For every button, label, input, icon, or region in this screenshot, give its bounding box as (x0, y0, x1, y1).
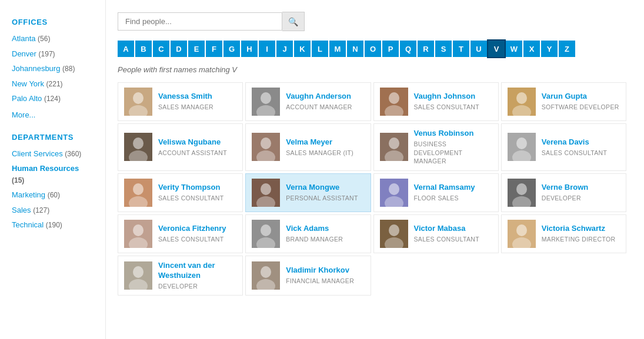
person-card[interactable]: Verna MongwePERSONAL ASSISTANT (245, 173, 371, 212)
person-card[interactable]: Victor MabasaSALES CONSULTANT (373, 214, 499, 253)
dept-count: (60) (48, 191, 60, 199)
alpha-btn-k[interactable]: K (294, 41, 311, 57)
alpha-btn-y[interactable]: Y (541, 41, 558, 57)
alpha-btn-d[interactable]: D (171, 41, 187, 57)
person-info: Vanessa SmithSALES MANAGER (158, 92, 236, 112)
person-info: Varun GuptaSOFTWARE DEVELOPER (542, 92, 620, 112)
person-card[interactable]: Vernal RamsamyFLOOR SALES (373, 173, 499, 212)
alpha-btn-g[interactable]: G (223, 41, 240, 57)
person-name: Verena Davis (542, 137, 620, 147)
alpha-btn-e[interactable]: E (188, 41, 205, 57)
person-role: SALES CONSULTANT (414, 235, 492, 244)
sidebar-office-item[interactable]: Palo Alto (124) (12, 91, 94, 106)
person-info: Venus RobinsonBUSINESS DEVELOPMENT MANAG… (414, 129, 492, 166)
sidebar-dept-item[interactable]: Marketing (60) (12, 187, 94, 203)
office-count: (221) (46, 80, 63, 88)
svg-point-49 (133, 266, 144, 278)
person-info: Vaughn JohnsonSALES CONSULTANT (414, 92, 492, 112)
avatar (252, 179, 280, 207)
sidebar-office-item[interactable]: New York (221) (12, 76, 94, 92)
sidebar-office-item[interactable]: Denver (197) (12, 46, 94, 62)
person-role: ACCOUNT ASSISTANT (158, 149, 236, 157)
person-card[interactable]: Verne BrownDEVELOPER (501, 173, 626, 212)
person-card[interactable]: Vick AdamsBRAND MANAGER (245, 214, 371, 253)
person-role: SOFTWARE DEVELOPER (542, 103, 620, 112)
person-name: Veliswa Ngubane (158, 137, 236, 147)
alpha-btn-z[interactable]: Z (559, 41, 575, 57)
person-card[interactable]: Vincent van der WesthuizenDEVELOPER (118, 256, 243, 296)
person-role: FINANCIAL MANAGER (286, 277, 364, 286)
alpha-btn-s[interactable]: S (435, 41, 452, 57)
person-card[interactable]: Vladimir KhorkovFINANCIAL MANAGER (245, 256, 371, 296)
office-count: (197) (39, 50, 55, 58)
person-name: Verne Brown (542, 183, 620, 193)
sidebar-dept-item[interactable]: Human Resources (15) (12, 161, 94, 187)
sidebar-office-item[interactable]: Johannesburg (88) (12, 61, 94, 76)
person-name: Veronica Fitzhenry (158, 224, 236, 234)
dept-name: Marketing (12, 190, 45, 199)
person-name: Vincent van der Westhuizen (158, 261, 236, 281)
alpha-btn-u[interactable]: U (471, 41, 487, 57)
departments-list: Client Services (360)Human Resources (15… (12, 146, 94, 233)
person-card[interactable]: Velma MeyerSALES MANAGER (IT) (245, 123, 371, 171)
alpha-btn-w[interactable]: W (506, 41, 522, 57)
sidebar-dept-item[interactable]: Sales (127) (12, 203, 94, 218)
search-input[interactable] (118, 12, 282, 31)
alpha-btn-i[interactable]: I (259, 41, 275, 57)
alpha-btn-t[interactable]: T (453, 41, 469, 57)
person-role: FLOOR SALES (414, 194, 492, 203)
office-count: (88) (62, 65, 75, 73)
person-card[interactable]: Victoria SchwartzMARKETING DIRECTOR (501, 214, 626, 253)
person-card[interactable]: Venus RobinsonBUSINESS DEVELOPMENT MANAG… (373, 123, 499, 171)
alpha-btn-v[interactable]: V (488, 41, 505, 57)
person-card[interactable]: Verena DavisSALES CONSULTANT (501, 123, 626, 171)
avatar (252, 133, 280, 161)
alpha-btn-j[interactable]: J (276, 41, 293, 57)
svg-point-16 (261, 137, 271, 149)
alpha-btn-f[interactable]: F (206, 41, 222, 57)
alpha-btn-o[interactable]: O (365, 41, 381, 57)
svg-point-37 (133, 224, 144, 236)
person-name: Vernal Ramsamy (414, 183, 492, 193)
person-info: Vaughn AndersonACCOUNT MANAGER (286, 92, 364, 112)
alpha-btn-m[interactable]: M (329, 41, 346, 57)
person-name: Vanessa Smith (158, 92, 236, 102)
person-card[interactable]: Vanessa SmithSALES MANAGER (118, 82, 243, 121)
alpha-btn-l[interactable]: L (312, 41, 328, 57)
person-card[interactable]: Vaughn JohnsonSALES CONSULTANT (373, 82, 499, 121)
main-content: 🔍 ABCDEFGHIJKLMNOPQRSTUVWXYZ People with… (106, 0, 644, 339)
person-name: Varun Gupta (542, 92, 620, 102)
office-name: Johannesburg (12, 64, 60, 73)
person-info: Verena DavisSALES CONSULTANT (542, 137, 620, 157)
person-card[interactable]: Verity ThompsonSALES CONSULTANT (118, 173, 243, 212)
search-bar: 🔍 (118, 12, 626, 31)
person-card[interactable]: Varun GuptaSOFTWARE DEVELOPER (501, 82, 626, 121)
alpha-btn-h[interactable]: H (241, 41, 258, 57)
office-count: (124) (44, 95, 61, 103)
alpha-btn-b[interactable]: B (135, 41, 152, 57)
alpha-btn-p[interactable]: P (382, 41, 399, 57)
svg-point-34 (516, 183, 527, 195)
sidebar: OFFICES Atlanta (56)Denver (197)Johannes… (0, 0, 106, 339)
person-name: Victor Mabasa (414, 224, 492, 234)
alpha-btn-a[interactable]: A (118, 41, 134, 57)
alpha-btn-r[interactable]: R (418, 41, 434, 57)
person-role: ACCOUNT MANAGER (286, 103, 364, 112)
person-role: DEVELOPER (542, 194, 620, 203)
alpha-btn-n[interactable]: N (347, 41, 363, 57)
avatar (380, 88, 408, 116)
sidebar-office-item[interactable]: Atlanta (56) (12, 31, 94, 46)
departments-section: DEPARTMENTS Client Services (360)Human R… (12, 133, 94, 233)
alpha-btn-x[interactable]: X (523, 41, 540, 57)
sidebar-dept-item[interactable]: Technical (190) (12, 217, 94, 233)
alpha-btn-q[interactable]: Q (400, 41, 416, 57)
person-card[interactable]: Veliswa NgubaneACCOUNT ASSISTANT (118, 123, 243, 171)
person-card[interactable]: Vaughn AndersonACCOUNT MANAGER (245, 82, 371, 121)
sidebar-dept-item[interactable]: Client Services (360) (12, 146, 94, 162)
avatar (252, 261, 280, 290)
search-button[interactable]: 🔍 (282, 12, 305, 31)
person-card[interactable]: Veronica FitzhenrySALES CONSULTANT (118, 214, 243, 253)
people-grid: Vanessa SmithSALES MANAGER Vaughn Anders… (118, 82, 626, 296)
alpha-btn-c[interactable]: C (153, 41, 169, 57)
more-offices-link[interactable]: More... (12, 109, 94, 121)
